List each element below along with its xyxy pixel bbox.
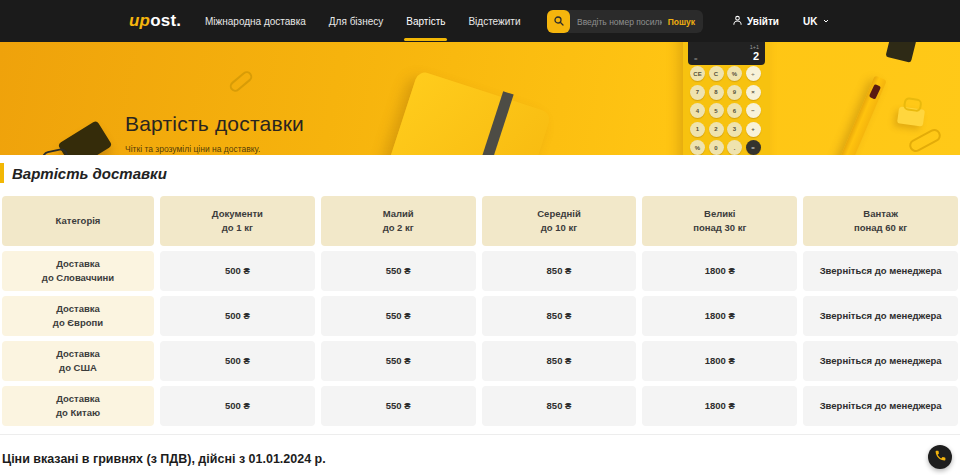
logo-mark: up bbox=[129, 11, 150, 30]
nav-item-international[interactable]: Міжнародна доставка bbox=[205, 0, 306, 42]
binder-clip-icon bbox=[58, 120, 113, 155]
column-header-cargo: Вантаж понад 60 кг bbox=[803, 196, 958, 246]
calculator-key: 8 bbox=[709, 85, 724, 100]
price-cell: 1800 ₴ bbox=[642, 386, 797, 426]
notebook-band bbox=[453, 91, 514, 155]
price-table: Категорія Документи до 1 кг Малий до 2 к… bbox=[2, 196, 958, 426]
calculator-key: 0 bbox=[709, 140, 724, 155]
accent-bar bbox=[0, 163, 4, 183]
search-input[interactable] bbox=[577, 17, 662, 27]
calculator-key: ÷ bbox=[746, 66, 761, 81]
hero-title: Вартість доставки bbox=[125, 112, 304, 136]
calculator-key: C bbox=[709, 66, 724, 81]
search-icon bbox=[553, 13, 565, 31]
calculator-key: + bbox=[746, 122, 761, 137]
price-cell: 500 ₴ bbox=[160, 386, 315, 426]
calculator-key: 1 bbox=[690, 122, 705, 137]
price-cell: 850 ₴ bbox=[482, 251, 637, 291]
footer: Ціни вказані в гривнях (з ПДВ), дійсні з… bbox=[0, 434, 960, 466]
price-cell: 550 ₴ bbox=[321, 251, 476, 291]
price-cell: 850 ₴ bbox=[482, 386, 637, 426]
calculator-key: = bbox=[746, 140, 761, 155]
login-button[interactable]: Увійти bbox=[732, 0, 779, 42]
top-navbar: upost. Міжнародна доставка Для бізнесу В… bbox=[0, 0, 960, 42]
calculator-key: × bbox=[746, 85, 761, 100]
price-cell: Зверніться до менеджера bbox=[803, 341, 958, 381]
nav-item-business[interactable]: Для бізнесу bbox=[329, 0, 383, 42]
binder-clip-icon bbox=[885, 42, 916, 63]
column-header-category: Категорія bbox=[2, 196, 154, 246]
pencil-graphic bbox=[816, 75, 887, 155]
search-submit-button[interactable]: Пошук bbox=[668, 17, 695, 27]
nav-item-track[interactable]: Відстежити bbox=[468, 0, 520, 42]
calculator-key: 9 bbox=[727, 85, 742, 100]
calculator-equals: = bbox=[694, 56, 698, 62]
nav-item-pricing[interactable]: Вартість bbox=[406, 0, 445, 42]
column-header-large: Великі понад 30 кг bbox=[642, 196, 797, 246]
row-category: Доставка до США bbox=[2, 341, 154, 381]
calculator-key: 2 bbox=[709, 122, 724, 137]
column-header-medium: Середній до 10 кг bbox=[482, 196, 637, 246]
row-category: Доставка до Словаччини bbox=[2, 251, 154, 291]
price-cell: Зверніться до менеджера bbox=[803, 296, 958, 336]
calculator-key: 4 bbox=[690, 103, 705, 118]
notebook-graphic bbox=[372, 70, 552, 155]
calculator-key: % bbox=[727, 66, 742, 81]
main-nav: Міжнародна доставка Для бізнесу Вартість… bbox=[205, 0, 521, 42]
column-header-documents: Документи до 1 кг bbox=[160, 196, 315, 246]
calculator-key: % bbox=[690, 140, 705, 155]
calculator-key: 7 bbox=[690, 85, 705, 100]
price-cell: 550 ₴ bbox=[321, 296, 476, 336]
calculator-result: 2 bbox=[753, 50, 759, 62]
paper-clip-icon bbox=[907, 127, 943, 154]
language-label: UK bbox=[803, 16, 817, 27]
hero-subtitle: Чіткі та зрозумілі ціни на доставку. bbox=[125, 144, 304, 154]
price-cell: Зверніться до менеджера bbox=[803, 251, 958, 291]
calculator-key: 3 bbox=[727, 122, 742, 137]
price-cell: 1800 ₴ bbox=[642, 251, 797, 291]
calculator-key: 6 bbox=[727, 103, 742, 118]
calculator-key: CE bbox=[690, 66, 705, 81]
user-icon bbox=[732, 15, 743, 28]
column-header-small: Малий до 2 кг bbox=[321, 196, 476, 246]
price-cell: Зверніться до менеджера bbox=[803, 386, 958, 426]
chevron-down-icon bbox=[822, 16, 830, 27]
row-category: Доставка до Китаю bbox=[2, 386, 154, 426]
paper-clip-icon bbox=[228, 69, 255, 94]
phone-icon bbox=[934, 448, 947, 466]
row-category: Доставка до Європи bbox=[2, 296, 154, 336]
search-icon-button[interactable] bbox=[547, 10, 570, 33]
calculator-key: 5 bbox=[709, 103, 724, 118]
price-cell: 500 ₴ bbox=[160, 251, 315, 291]
call-button[interactable] bbox=[928, 445, 952, 469]
logo-text: ost. bbox=[150, 11, 181, 30]
price-cell: 850 ₴ bbox=[482, 296, 637, 336]
price-cell: 1800 ₴ bbox=[642, 296, 797, 336]
logo[interactable]: upost. bbox=[129, 11, 181, 31]
pricing-note: Ціни вказані в гривнях (з ПДВ), дійсні з… bbox=[0, 435, 960, 466]
price-cell: 500 ₴ bbox=[160, 296, 315, 336]
language-selector[interactable]: UK bbox=[803, 0, 830, 42]
calculator-key: . bbox=[727, 140, 742, 155]
tracking-search: Пошук bbox=[547, 10, 703, 33]
hero-banner: 1+1 = 2 CE C % ÷ 7 8 9 × 4 5 6 − 1 2 3 +… bbox=[0, 42, 960, 155]
calculator-keypad: CE C % ÷ 7 8 9 × 4 5 6 − 1 2 3 + % 0 . = bbox=[690, 66, 763, 155]
section-header: Вартість доставки bbox=[0, 163, 960, 183]
calculator-key: − bbox=[746, 103, 761, 118]
binder-clip-icon bbox=[897, 106, 925, 126]
price-cell: 500 ₴ bbox=[160, 341, 315, 381]
login-label: Увійти bbox=[747, 16, 779, 27]
price-cell: 1800 ₴ bbox=[642, 341, 797, 381]
price-cell: 550 ₴ bbox=[321, 386, 476, 426]
price-cell: 550 ₴ bbox=[321, 341, 476, 381]
section-title: Вартість доставки bbox=[12, 165, 167, 182]
price-cell: 850 ₴ bbox=[482, 341, 637, 381]
calculator-display: 1+1 = 2 bbox=[688, 42, 765, 65]
